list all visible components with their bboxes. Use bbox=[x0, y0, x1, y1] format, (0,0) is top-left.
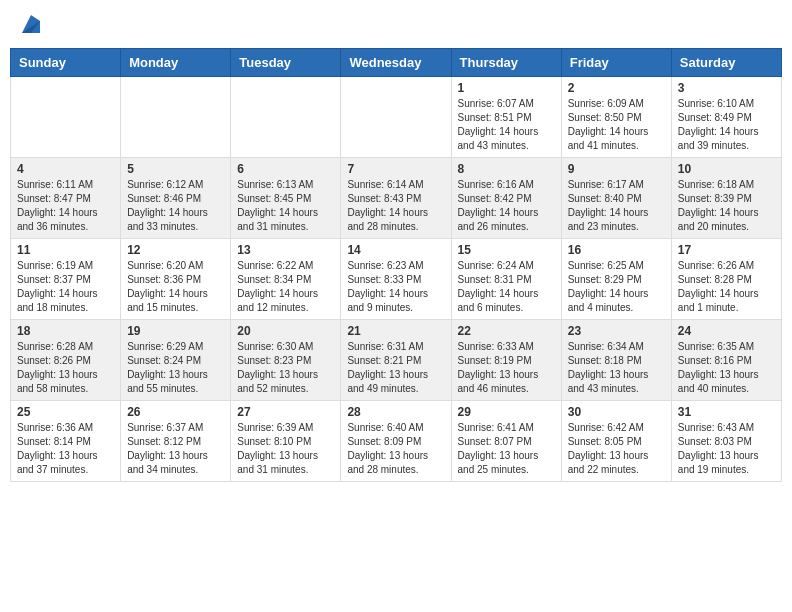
calendar-cell: 17Sunrise: 6:26 AM Sunset: 8:28 PM Dayli… bbox=[671, 239, 781, 320]
weekday-header-thursday: Thursday bbox=[451, 49, 561, 77]
day-number: 1 bbox=[458, 81, 555, 95]
calendar-cell bbox=[11, 77, 121, 158]
day-number: 5 bbox=[127, 162, 224, 176]
calendar-cell: 19Sunrise: 6:29 AM Sunset: 8:24 PM Dayli… bbox=[121, 320, 231, 401]
day-info: Sunrise: 6:42 AM Sunset: 8:05 PM Dayligh… bbox=[568, 421, 665, 477]
day-number: 18 bbox=[17, 324, 114, 338]
calendar-week-3: 11Sunrise: 6:19 AM Sunset: 8:37 PM Dayli… bbox=[11, 239, 782, 320]
calendar-cell: 11Sunrise: 6:19 AM Sunset: 8:37 PM Dayli… bbox=[11, 239, 121, 320]
calendar-cell: 31Sunrise: 6:43 AM Sunset: 8:03 PM Dayli… bbox=[671, 401, 781, 482]
day-info: Sunrise: 6:29 AM Sunset: 8:24 PM Dayligh… bbox=[127, 340, 224, 396]
day-info: Sunrise: 6:39 AM Sunset: 8:10 PM Dayligh… bbox=[237, 421, 334, 477]
day-number: 12 bbox=[127, 243, 224, 257]
day-info: Sunrise: 6:24 AM Sunset: 8:31 PM Dayligh… bbox=[458, 259, 555, 315]
weekday-header-monday: Monday bbox=[121, 49, 231, 77]
calendar-cell: 10Sunrise: 6:18 AM Sunset: 8:39 PM Dayli… bbox=[671, 158, 781, 239]
day-info: Sunrise: 6:31 AM Sunset: 8:21 PM Dayligh… bbox=[347, 340, 444, 396]
day-info: Sunrise: 6:19 AM Sunset: 8:37 PM Dayligh… bbox=[17, 259, 114, 315]
logo-icon bbox=[22, 15, 40, 33]
day-number: 28 bbox=[347, 405, 444, 419]
day-number: 3 bbox=[678, 81, 775, 95]
calendar-cell: 28Sunrise: 6:40 AM Sunset: 8:09 PM Dayli… bbox=[341, 401, 451, 482]
day-number: 4 bbox=[17, 162, 114, 176]
day-number: 13 bbox=[237, 243, 334, 257]
day-info: Sunrise: 6:26 AM Sunset: 8:28 PM Dayligh… bbox=[678, 259, 775, 315]
calendar-cell: 6Sunrise: 6:13 AM Sunset: 8:45 PM Daylig… bbox=[231, 158, 341, 239]
logo bbox=[20, 15, 40, 33]
calendar-cell: 2Sunrise: 6:09 AM Sunset: 8:50 PM Daylig… bbox=[561, 77, 671, 158]
calendar-cell: 4Sunrise: 6:11 AM Sunset: 8:47 PM Daylig… bbox=[11, 158, 121, 239]
day-info: Sunrise: 6:43 AM Sunset: 8:03 PM Dayligh… bbox=[678, 421, 775, 477]
calendar-cell: 26Sunrise: 6:37 AM Sunset: 8:12 PM Dayli… bbox=[121, 401, 231, 482]
calendar-cell: 18Sunrise: 6:28 AM Sunset: 8:26 PM Dayli… bbox=[11, 320, 121, 401]
day-info: Sunrise: 6:07 AM Sunset: 8:51 PM Dayligh… bbox=[458, 97, 555, 153]
day-info: Sunrise: 6:16 AM Sunset: 8:42 PM Dayligh… bbox=[458, 178, 555, 234]
calendar-cell bbox=[341, 77, 451, 158]
weekday-header-saturday: Saturday bbox=[671, 49, 781, 77]
calendar-cell: 15Sunrise: 6:24 AM Sunset: 8:31 PM Dayli… bbox=[451, 239, 561, 320]
calendar-cell: 29Sunrise: 6:41 AM Sunset: 8:07 PM Dayli… bbox=[451, 401, 561, 482]
day-number: 23 bbox=[568, 324, 665, 338]
calendar-cell: 16Sunrise: 6:25 AM Sunset: 8:29 PM Dayli… bbox=[561, 239, 671, 320]
day-number: 6 bbox=[237, 162, 334, 176]
day-number: 19 bbox=[127, 324, 224, 338]
day-info: Sunrise: 6:25 AM Sunset: 8:29 PM Dayligh… bbox=[568, 259, 665, 315]
day-number: 10 bbox=[678, 162, 775, 176]
day-info: Sunrise: 6:13 AM Sunset: 8:45 PM Dayligh… bbox=[237, 178, 334, 234]
calendar-cell: 3Sunrise: 6:10 AM Sunset: 8:49 PM Daylig… bbox=[671, 77, 781, 158]
day-info: Sunrise: 6:10 AM Sunset: 8:49 PM Dayligh… bbox=[678, 97, 775, 153]
day-number: 27 bbox=[237, 405, 334, 419]
day-info: Sunrise: 6:34 AM Sunset: 8:18 PM Dayligh… bbox=[568, 340, 665, 396]
day-number: 2 bbox=[568, 81, 665, 95]
calendar-week-1: 1Sunrise: 6:07 AM Sunset: 8:51 PM Daylig… bbox=[11, 77, 782, 158]
calendar-cell: 23Sunrise: 6:34 AM Sunset: 8:18 PM Dayli… bbox=[561, 320, 671, 401]
calendar-week-2: 4Sunrise: 6:11 AM Sunset: 8:47 PM Daylig… bbox=[11, 158, 782, 239]
calendar-table: SundayMondayTuesdayWednesdayThursdayFrid… bbox=[10, 48, 782, 482]
calendar-cell: 12Sunrise: 6:20 AM Sunset: 8:36 PM Dayli… bbox=[121, 239, 231, 320]
calendar-cell: 21Sunrise: 6:31 AM Sunset: 8:21 PM Dayli… bbox=[341, 320, 451, 401]
calendar-cell: 1Sunrise: 6:07 AM Sunset: 8:51 PM Daylig… bbox=[451, 77, 561, 158]
day-info: Sunrise: 6:11 AM Sunset: 8:47 PM Dayligh… bbox=[17, 178, 114, 234]
day-info: Sunrise: 6:35 AM Sunset: 8:16 PM Dayligh… bbox=[678, 340, 775, 396]
day-info: Sunrise: 6:14 AM Sunset: 8:43 PM Dayligh… bbox=[347, 178, 444, 234]
day-number: 31 bbox=[678, 405, 775, 419]
calendar-cell bbox=[231, 77, 341, 158]
day-number: 15 bbox=[458, 243, 555, 257]
day-number: 16 bbox=[568, 243, 665, 257]
day-info: Sunrise: 6:41 AM Sunset: 8:07 PM Dayligh… bbox=[458, 421, 555, 477]
calendar-cell: 13Sunrise: 6:22 AM Sunset: 8:34 PM Dayli… bbox=[231, 239, 341, 320]
day-number: 21 bbox=[347, 324, 444, 338]
day-number: 7 bbox=[347, 162, 444, 176]
day-info: Sunrise: 6:22 AM Sunset: 8:34 PM Dayligh… bbox=[237, 259, 334, 315]
day-number: 17 bbox=[678, 243, 775, 257]
day-number: 29 bbox=[458, 405, 555, 419]
day-number: 26 bbox=[127, 405, 224, 419]
day-info: Sunrise: 6:18 AM Sunset: 8:39 PM Dayligh… bbox=[678, 178, 775, 234]
day-number: 20 bbox=[237, 324, 334, 338]
day-info: Sunrise: 6:09 AM Sunset: 8:50 PM Dayligh… bbox=[568, 97, 665, 153]
day-info: Sunrise: 6:12 AM Sunset: 8:46 PM Dayligh… bbox=[127, 178, 224, 234]
calendar-cell: 8Sunrise: 6:16 AM Sunset: 8:42 PM Daylig… bbox=[451, 158, 561, 239]
weekday-header-friday: Friday bbox=[561, 49, 671, 77]
calendar-cell: 30Sunrise: 6:42 AM Sunset: 8:05 PM Dayli… bbox=[561, 401, 671, 482]
day-info: Sunrise: 6:23 AM Sunset: 8:33 PM Dayligh… bbox=[347, 259, 444, 315]
calendar-week-5: 25Sunrise: 6:36 AM Sunset: 8:14 PM Dayli… bbox=[11, 401, 782, 482]
weekday-header-tuesday: Tuesday bbox=[231, 49, 341, 77]
calendar-cell: 5Sunrise: 6:12 AM Sunset: 8:46 PM Daylig… bbox=[121, 158, 231, 239]
day-number: 24 bbox=[678, 324, 775, 338]
day-number: 30 bbox=[568, 405, 665, 419]
calendar-cell: 27Sunrise: 6:39 AM Sunset: 8:10 PM Dayli… bbox=[231, 401, 341, 482]
calendar-cell: 20Sunrise: 6:30 AM Sunset: 8:23 PM Dayli… bbox=[231, 320, 341, 401]
day-info: Sunrise: 6:20 AM Sunset: 8:36 PM Dayligh… bbox=[127, 259, 224, 315]
calendar-cell: 22Sunrise: 6:33 AM Sunset: 8:19 PM Dayli… bbox=[451, 320, 561, 401]
day-info: Sunrise: 6:30 AM Sunset: 8:23 PM Dayligh… bbox=[237, 340, 334, 396]
day-number: 11 bbox=[17, 243, 114, 257]
day-number: 22 bbox=[458, 324, 555, 338]
day-info: Sunrise: 6:40 AM Sunset: 8:09 PM Dayligh… bbox=[347, 421, 444, 477]
calendar-cell: 7Sunrise: 6:14 AM Sunset: 8:43 PM Daylig… bbox=[341, 158, 451, 239]
day-info: Sunrise: 6:36 AM Sunset: 8:14 PM Dayligh… bbox=[17, 421, 114, 477]
day-info: Sunrise: 6:33 AM Sunset: 8:19 PM Dayligh… bbox=[458, 340, 555, 396]
calendar-cell: 9Sunrise: 6:17 AM Sunset: 8:40 PM Daylig… bbox=[561, 158, 671, 239]
day-number: 25 bbox=[17, 405, 114, 419]
calendar-cell: 14Sunrise: 6:23 AM Sunset: 8:33 PM Dayli… bbox=[341, 239, 451, 320]
